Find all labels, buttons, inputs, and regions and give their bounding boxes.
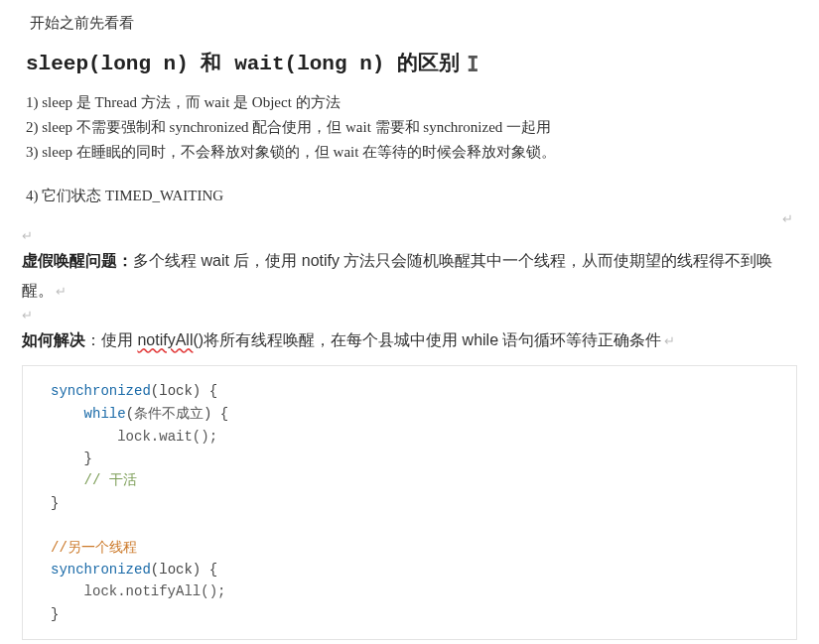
intro-text: 开始之前先看看 [30, 14, 797, 33]
paragraph-mark-icon: ↵ [56, 284, 67, 299]
spurious-text: 多个线程 wait 后，使用 notify 方法只会随机唤醒其中一个线程，从而使… [22, 252, 772, 299]
howto-rest: ()将所有线程唤醒，在每个县城中使用 while 语句循环等待正确条件 [193, 331, 661, 348]
heading-tail: 的区别 [384, 51, 460, 74]
code-comment: // 干活 [84, 472, 137, 488]
diff-heading: sleep(long n) 和 wait(long n) 的区别 I [26, 49, 797, 76]
howto-bold: 如何解决 [22, 331, 85, 348]
point-4: 4) 它们状态 TIMED_WAITING [26, 184, 797, 208]
howto-colon: ：使用 [85, 331, 137, 348]
code-text: } [51, 495, 59, 511]
point-1: 1) sleep 是 Thread 方法，而 wait 是 Object 的方法 [26, 90, 797, 115]
code-text: lock.wait(); [117, 429, 217, 445]
code-comment: //另一个线程 [51, 540, 137, 556]
text-caret-icon: I [467, 53, 479, 76]
paragraph-mark-icon: ↵ [22, 309, 797, 322]
howto-para: 如何解决：使用 notifyAll()将所有线程唤醒，在每个县城中使用 whil… [22, 325, 797, 355]
howto-notifyall: notifyAll [137, 331, 193, 348]
code-kw: while [84, 406, 126, 422]
paragraph-mark-icon: ↵ [22, 229, 797, 242]
code-text: } [84, 451, 92, 466]
difference-list: 1) sleep 是 Thread 方法，而 wait 是 Object 的方法… [26, 90, 797, 208]
paragraph-mark-icon: ↵ [664, 333, 675, 348]
code-kw: synchronized [51, 383, 151, 399]
code-kw: synchronized [51, 562, 151, 578]
code-text: ) { [204, 406, 228, 422]
code-text: (lock) { [151, 383, 217, 399]
code-text: lock.notifyAll(); [84, 583, 226, 599]
code-text: (lock) { [151, 562, 217, 578]
heading-mid: 和 [189, 51, 234, 74]
code-cn-text: 条件不成立 [134, 405, 204, 421]
point-3: 3) sleep 在睡眠的同时，不会释放对象锁的，但 wait 在等待的时候会释… [26, 140, 797, 165]
spurious-bold: 虚假唤醒问题： [22, 252, 133, 269]
heading-mono-2: wait(long n) [234, 53, 384, 75]
code-text: ( [126, 406, 134, 422]
code-block: synchronized (lock) { while(条件不成立) { loc… [22, 365, 797, 640]
code-text: } [51, 606, 59, 622]
heading-mono-1: sleep(long n) [26, 53, 189, 75]
paragraph-mark-icon: ↵ [22, 212, 793, 225]
spurious-wakeup-para: 虚假唤醒问题：多个线程 wait 后，使用 notify 方法只会随机唤醒其中一… [22, 246, 797, 305]
point-2: 2) sleep 不需要强制和 synchronized 配合使用，但 wait… [26, 115, 797, 140]
